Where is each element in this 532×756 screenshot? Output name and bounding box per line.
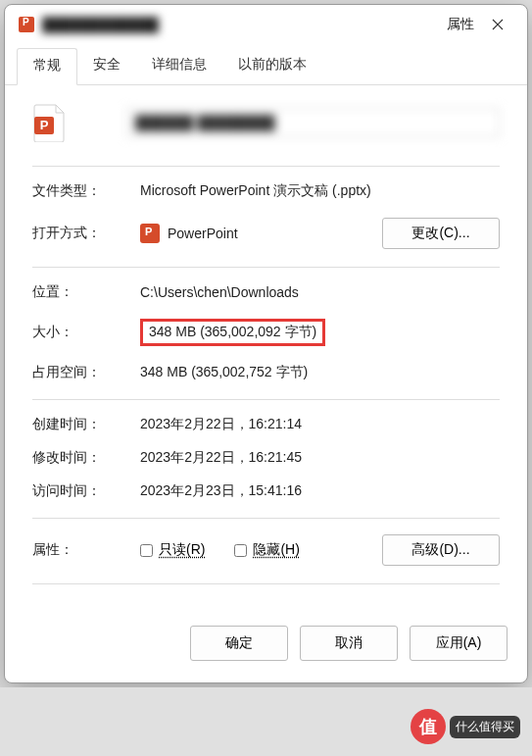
hidden-checkbox-input[interactable] (234, 544, 247, 557)
label-open-with: 打开方式： (32, 225, 140, 242)
change-button[interactable]: 更改(C)... (382, 218, 500, 249)
advanced-button[interactable]: 高级(D)... (382, 534, 500, 566)
label-accessed: 访问时间： (32, 482, 140, 500)
close-button[interactable] (482, 13, 513, 36)
readonly-checkbox-input[interactable] (140, 544, 153, 557)
cancel-button[interactable]: 取消 (300, 626, 398, 661)
label-location: 位置： (32, 283, 140, 301)
file-name-input[interactable]: ██████ ████████ (126, 108, 500, 137)
dialog-footer: 确定 取消 应用(A) (5, 608, 527, 682)
value-accessed: 2023年2月23日，15:41:16 (140, 482, 302, 500)
divider (32, 166, 500, 167)
powerpoint-icon (140, 224, 160, 243)
tab-security[interactable]: 安全 (77, 48, 136, 84)
label-size: 大小： (32, 324, 140, 341)
tab-content: P ██████ ████████ 文件类型： Microsoft PowerP… (5, 85, 527, 608)
window-title-suffix: 属性 (447, 16, 474, 33)
tab-previous-versions[interactable]: 以前的版本 (222, 48, 322, 84)
properties-dialog: ████████████ 属性 常规 安全 详细信息 以前的版本 P █████… (4, 4, 528, 683)
ok-button[interactable]: 确定 (190, 626, 288, 661)
close-icon (492, 19, 504, 30)
label-size-on-disk: 占用空间： (32, 364, 140, 381)
svg-text:P: P (40, 118, 49, 132)
value-size-on-disk: 348 MB (365,002,752 字节) (140, 364, 308, 381)
apply-button[interactable]: 应用(A) (410, 626, 508, 661)
hidden-checkbox[interactable]: 隐藏(H) (234, 541, 299, 559)
divider (32, 267, 500, 268)
value-file-type: Microsoft PowerPoint 演示文稿 (.pptx) (140, 182, 371, 200)
label-modified: 修改时间： (32, 449, 140, 467)
titlebar: ████████████ 属性 (5, 5, 527, 44)
divider (32, 399, 500, 400)
label-created: 创建时间： (32, 416, 140, 433)
divider (32, 583, 500, 584)
readonly-label: 只读(R) (159, 541, 205, 559)
divider (32, 518, 500, 519)
value-size-highlighted: 348 MB (365,002,092 字节) (140, 319, 325, 346)
tab-general[interactable]: 常规 (17, 48, 77, 85)
label-file-type: 文件类型： (32, 182, 140, 200)
app-icon-small (19, 17, 34, 32)
value-location: C:\Users\chen\Downloads (140, 284, 299, 300)
value-modified: 2023年2月22日，16:21:45 (140, 449, 302, 467)
label-attributes: 属性： (32, 541, 140, 559)
hidden-label: 隐藏(H) (253, 541, 299, 559)
tab-details[interactable]: 详细信息 (136, 48, 222, 84)
file-type-icon: P (32, 103, 68, 142)
window-title-obscured: ████████████ (42, 17, 441, 32)
tab-strip: 常规 安全 详细信息 以前的版本 (5, 44, 527, 85)
value-created: 2023年2月22日，16:21:14 (140, 416, 302, 433)
value-open-with: PowerPoint (168, 226, 238, 241)
readonly-checkbox[interactable]: 只读(R) (140, 541, 205, 559)
